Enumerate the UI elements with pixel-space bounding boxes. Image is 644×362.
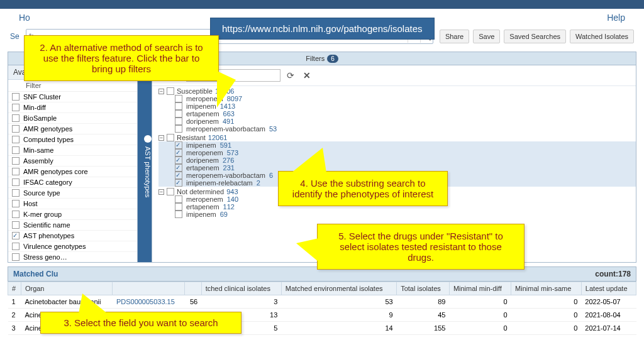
checkbox-icon[interactable] <box>12 93 19 101</box>
filter-option[interactable]: Host <box>8 199 137 209</box>
column-header[interactable]: Matched environmental isolates <box>281 282 396 295</box>
filter-option[interactable]: AST phenotypes <box>8 231 137 241</box>
tree-leaf[interactable]: imipenem 591 <box>158 141 636 149</box>
checkbox-icon[interactable] <box>175 95 182 102</box>
checkbox-icon[interactable] <box>12 200 19 207</box>
checkbox-icon[interactable] <box>175 110 182 118</box>
checkbox-icon[interactable] <box>175 203 182 211</box>
checkbox-icon[interactable] <box>175 211 182 218</box>
checkbox-icon[interactable] <box>175 118 182 125</box>
checkbox-icon[interactable] <box>12 211 19 218</box>
collapse-icon[interactable]: − <box>158 135 164 141</box>
tree-leaf[interactable]: ertapenem 663 <box>158 110 636 118</box>
checkbox-icon[interactable] <box>175 179 182 187</box>
filter-option[interactable]: AMR genotypes core <box>8 167 137 177</box>
checkbox-icon[interactable] <box>167 134 174 141</box>
checkbox-icon[interactable] <box>167 87 174 95</box>
checkbox-icon[interactable] <box>175 195 182 203</box>
leaf-label: meropenem-vaborbactam <box>186 125 265 133</box>
checkbox-icon[interactable] <box>175 164 182 172</box>
checkbox-icon[interactable] <box>12 178 19 186</box>
refresh-icon[interactable]: ⟳ <box>284 70 297 80</box>
collapse-icon[interactable]: − <box>158 89 164 94</box>
available-filters-list: SNF ClusterMin-diffBioSampleAMR genotype… <box>8 92 137 262</box>
tree-group-header[interactable]: − Resistant 12061 <box>158 134 636 141</box>
checkbox-icon[interactable] <box>12 114 19 122</box>
tree-leaf[interactable]: doripenem 491 <box>158 118 636 125</box>
checkbox-icon[interactable] <box>167 188 174 195</box>
column-header[interactable]: Latest update <box>581 282 636 295</box>
filter-option[interactable]: K-mer group <box>8 209 137 220</box>
filter-option-label: Virulence genotypes <box>23 243 86 250</box>
collapse-icon[interactable]: − <box>158 189 164 195</box>
leaf-label: ertapenem <box>186 203 219 211</box>
filter-option[interactable]: Scientific name <box>8 220 137 231</box>
checkbox-icon[interactable] <box>12 168 19 175</box>
tree-leaf[interactable]: meropenem-vaborbactam 53 <box>158 125 636 133</box>
tree-leaf[interactable]: imipenem 69 <box>158 211 636 218</box>
checkbox-icon[interactable] <box>175 125 182 133</box>
checkbox-icon[interactable] <box>12 125 19 133</box>
saved-searches-button[interactable]: Saved Searches <box>504 30 566 43</box>
column-header[interactable]: Minimal min-diff <box>449 282 511 295</box>
filter-option[interactable]: Source type <box>8 188 137 199</box>
checkbox-icon[interactable] <box>12 104 19 111</box>
leaf-count: 6 <box>269 172 273 179</box>
leaf-count: 491 <box>223 118 234 125</box>
checkbox-icon[interactable] <box>12 243 19 250</box>
filter-option[interactable]: BioSample <box>8 113 137 124</box>
callout-step-2: 2. An alternative method of search is to… <box>24 35 219 81</box>
leaf-label: imipenem <box>186 141 216 149</box>
filter-option[interactable]: Computed types <box>8 134 137 145</box>
checkbox-icon[interactable] <box>12 232 19 239</box>
help-link[interactable]: Help <box>607 13 625 23</box>
checkbox-icon[interactable] <box>12 146 19 154</box>
available-filters-panel: Available filters ⟳ Filter SNF ClusterMi… <box>8 65 138 262</box>
checkbox-icon[interactable] <box>12 136 19 143</box>
share-button[interactable]: Share <box>440 30 469 43</box>
checkbox-icon[interactable] <box>12 221 19 229</box>
filter-option[interactable]: Min-diff <box>8 102 137 113</box>
filter-option[interactable]: Assembly <box>8 156 137 167</box>
filter-option[interactable]: Min-same <box>8 145 137 156</box>
leaf-count: 69 <box>220 211 228 218</box>
tree-leaf[interactable]: doripenem 276 <box>158 156 636 164</box>
checkbox-icon[interactable] <box>175 102 182 110</box>
callout-step-4: 4. Use the substring search to identify … <box>278 171 448 206</box>
filter-option[interactable]: IFSAC category <box>8 177 137 188</box>
filters-label: Filters <box>306 55 325 62</box>
filter-option-label: Min-diff <box>23 104 46 111</box>
column-header[interactable]: tched clinical isolates <box>201 282 281 295</box>
watched-isolates-button[interactable]: Watched Isolates <box>570 30 634 43</box>
pds-link[interactable]: PDS000005033.15 <box>116 298 175 305</box>
save-button[interactable]: Save <box>473 30 500 43</box>
filter-option[interactable]: AMR genotypes <box>8 124 137 134</box>
checkbox-icon[interactable] <box>175 156 182 164</box>
home-link[interactable]: Ho <box>19 13 30 23</box>
checkbox-icon[interactable] <box>175 172 182 179</box>
column-header[interactable] <box>185 282 202 295</box>
checkbox-icon[interactable] <box>175 141 182 149</box>
tree-leaf[interactable]: meropenem 573 <box>158 149 636 156</box>
column-header[interactable]: # <box>8 282 21 295</box>
checkbox-icon[interactable] <box>12 253 19 261</box>
close-icon[interactable]: ✕ <box>301 70 313 80</box>
vertical-tab-ast[interactable]: AST phenotypes <box>138 65 152 262</box>
leaf-count: 663 <box>223 110 235 118</box>
checkbox-icon[interactable] <box>12 157 19 165</box>
column-header[interactable] <box>113 282 185 295</box>
leaf-label: meropenem <box>186 195 223 203</box>
filter-option[interactable]: Virulence genotypes <box>8 241 137 252</box>
column-header[interactable]: Total isolates <box>397 282 450 295</box>
filter-option[interactable]: Stress geno… <box>8 252 137 262</box>
filter-option-label: K-mer group <box>23 211 62 218</box>
tab-indicator-icon <box>144 135 152 143</box>
group-label: Resistant <box>177 134 206 141</box>
group-label: Not determined <box>177 188 224 195</box>
column-header[interactable]: Minimal min-same <box>511 282 582 295</box>
checkbox-icon[interactable] <box>12 189 19 197</box>
checkbox-icon[interactable] <box>175 149 182 156</box>
filter-option[interactable]: SNF Cluster <box>8 92 137 102</box>
leaf-label: meropenem <box>186 149 223 156</box>
filter-option-label: Assembly <box>23 157 53 165</box>
